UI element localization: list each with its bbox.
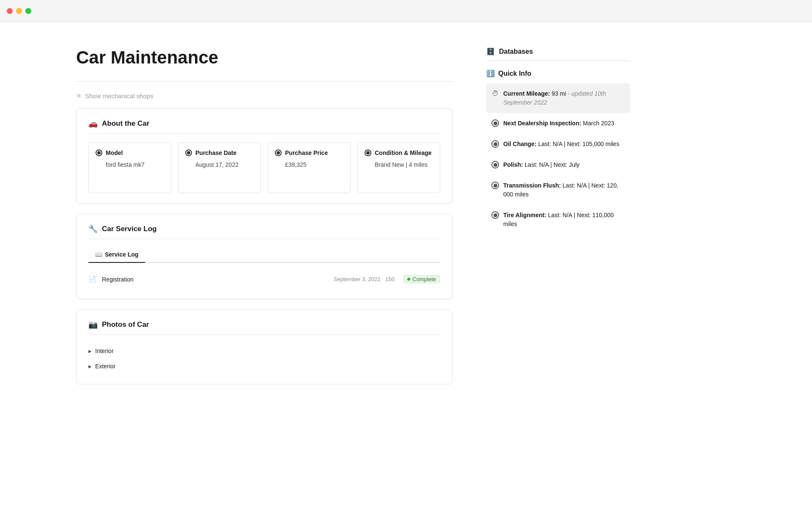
- qi-oil-value: Last: N/A | Next: 105,000 miles: [538, 141, 619, 147]
- show-shops-label: Show mechanical shops: [85, 92, 154, 99]
- purchase-price-radio-icon: [275, 149, 282, 156]
- status-dot: [407, 278, 410, 281]
- qi-inspection-value: March 2023: [583, 120, 614, 127]
- show-mechanical-shops[interactable]: ✳ Show mechanical shops: [76, 92, 453, 100]
- qi-next-inspection: Next Dealership Inspection: March 2023: [486, 113, 630, 134]
- model-radio-icon: [96, 149, 102, 156]
- qi-mileage-bold: Current Mileage:: [503, 90, 550, 97]
- qi-polish-radio: [491, 161, 499, 168]
- qi-polish-value: Last: N/A | Next: July: [525, 161, 580, 168]
- top-divider: [76, 81, 453, 82]
- qi-speed-icon: ⏱: [491, 90, 499, 97]
- app-container: Car Maintenance ✳ Show mechanical shops …: [0, 22, 812, 420]
- purchase-date-radio-icon: [185, 149, 192, 156]
- qi-oil-text: Oil Change: Last: N/A | Next: 105,000 mi…: [503, 140, 625, 149]
- qi-oil-change: Oil Change: Last: N/A | Next: 105,000 mi…: [486, 134, 630, 155]
- databases-label: Databases: [499, 48, 533, 55]
- car-icon: 🚗: [88, 119, 98, 128]
- photos-title: Photos of Car: [102, 320, 149, 329]
- qi-transmission-radio: [491, 182, 499, 189]
- photos-header: 📷 Photos of Car: [88, 320, 440, 335]
- exterior-label: Exterior: [95, 363, 115, 370]
- registration-icon: 📄: [88, 276, 97, 283]
- purchase-price-value: £39,325: [275, 160, 343, 169]
- qi-inspection-radio: [491, 119, 499, 127]
- status-badge: Complete: [403, 275, 440, 284]
- car-info-model-card: Model ford fiesta mk7: [88, 142, 171, 193]
- model-value: ford fiesta mk7: [96, 160, 164, 169]
- qi-tire-text: Tire Alignment: Last: N/A | Next: 110,00…: [503, 211, 625, 229]
- condition-label: Condition & Mileage: [375, 149, 432, 156]
- qi-inspection-text: Next Dealership Inspection: March 2023: [503, 119, 625, 128]
- model-header: Model: [96, 149, 164, 156]
- qi-transmission-flush: Transmission Flush: Last: N/A | Next: 12…: [486, 175, 630, 205]
- registration-date: September 3, 2022: [334, 276, 381, 282]
- quick-info-section: ℹ️ Quick Info ⏱ Current Mileage: 93 mi -…: [486, 69, 630, 235]
- service-log-title: Car Service Log: [102, 225, 156, 233]
- qi-oil-radio: [491, 140, 499, 148]
- qi-transmission-bold: Transmission Flush:: [503, 182, 561, 189]
- qi-oil-bold: Oil Change:: [503, 141, 537, 147]
- qi-tire-bold: Tire Alignment:: [503, 212, 546, 218]
- main-content: Car Maintenance ✳ Show mechanical shops …: [76, 47, 453, 395]
- quick-info-list: ⏱ Current Mileage: 93 mi - updated 10th …: [486, 83, 630, 235]
- condition-radio-icon: [365, 149, 371, 156]
- exterior-arrow-icon: ▶: [88, 364, 92, 369]
- service-log-section: 🔧 Car Service Log 📖 Service Log 📄 Regist…: [76, 214, 453, 299]
- qi-current-mileage: ⏱ Current Mileage: 93 mi - updated 10th …: [486, 83, 630, 113]
- qi-inspection-bold: Next Dealership Inspection:: [503, 120, 581, 127]
- asterisk-icon: ✳: [76, 92, 82, 100]
- qi-polish-bold: Polish:: [503, 161, 523, 168]
- about-car-header: 🚗 About the Car: [88, 119, 440, 134]
- service-log-row[interactable]: 📄 Registration September 3, 2022 150 Com…: [88, 270, 440, 289]
- qi-mileage-value: 93 mi: [551, 90, 566, 97]
- service-log-header: 🔧 Car Service Log: [88, 224, 440, 239]
- purchase-date-header: Purchase Date: [185, 149, 254, 156]
- page-title: Car Maintenance: [76, 47, 453, 68]
- purchase-price-label: Purchase Price: [285, 149, 328, 156]
- car-info-purchase-price-card: Purchase Price £39,325: [268, 142, 351, 193]
- qi-mileage-text: Current Mileage: 93 mi - updated 10th Se…: [503, 89, 625, 107]
- sidebar: 🗄️ Databases ℹ️ Quick Info ⏱ Current Mil…: [486, 47, 630, 395]
- interior-label: Interior: [95, 348, 114, 354]
- registration-title: Registration: [102, 276, 329, 283]
- condition-value: Brand New | 4 miles: [365, 160, 433, 169]
- interior-arrow-icon: ▶: [88, 349, 92, 353]
- purchase-price-header: Purchase Price: [275, 149, 343, 156]
- camera-icon: 📷: [88, 320, 98, 329]
- titlebar: [0, 0, 812, 22]
- minimize-button[interactable]: [16, 8, 22, 14]
- service-icon: 🔧: [88, 224, 98, 234]
- purchase-date-value: August 17, 2022: [185, 160, 254, 169]
- database-icon: 🗄️: [486, 47, 495, 55]
- registration-number: 150: [385, 276, 398, 282]
- about-car-title: About the Car: [102, 119, 149, 128]
- qi-polish-text: Polish: Last: N/A | Next: July: [503, 160, 625, 169]
- interior-toggle[interactable]: ▶ Interior: [88, 343, 440, 359]
- tab-service-log-label: Service Log: [105, 251, 138, 258]
- car-info-condition-card: Condition & Mileage Brand New | 4 miles: [357, 142, 440, 193]
- car-info-grid: Model ford fiesta mk7 Purchase Date Augu…: [88, 142, 440, 193]
- model-label: Model: [106, 149, 123, 156]
- car-info-purchase-date-card: Purchase Date August 17, 2022: [178, 142, 261, 193]
- quick-info-header: ℹ️ Quick Info: [486, 69, 630, 77]
- exterior-toggle[interactable]: ▶ Exterior: [88, 359, 440, 374]
- quick-info-title: Quick Info: [498, 70, 531, 77]
- qi-tire-alignment: Tire Alignment: Last: N/A | Next: 110,00…: [486, 205, 630, 235]
- about-car-section: 🚗 About the Car Model ford fiesta mk7 Pu…: [76, 108, 453, 204]
- tab-book-icon: 📖: [95, 251, 102, 258]
- status-label: Complete: [412, 276, 436, 282]
- service-log-tabs: 📖 Service Log: [88, 248, 440, 263]
- close-button[interactable]: [7, 8, 13, 14]
- qi-transmission-text: Transmission Flush: Last: N/A | Next: 12…: [503, 181, 625, 199]
- qi-polish: Polish: Last: N/A | Next: July: [486, 155, 630, 175]
- condition-header: Condition & Mileage: [365, 149, 433, 156]
- databases-header: 🗄️ Databases: [486, 47, 630, 61]
- maximize-button[interactable]: [25, 8, 31, 14]
- tab-service-log[interactable]: 📖 Service Log: [88, 248, 145, 263]
- info-icon: ℹ️: [486, 69, 495, 77]
- purchase-date-label: Purchase Date: [195, 149, 236, 156]
- photos-section: 📷 Photos of Car ▶ Interior ▶ Exterior: [76, 309, 453, 384]
- qi-tire-radio: [491, 211, 499, 219]
